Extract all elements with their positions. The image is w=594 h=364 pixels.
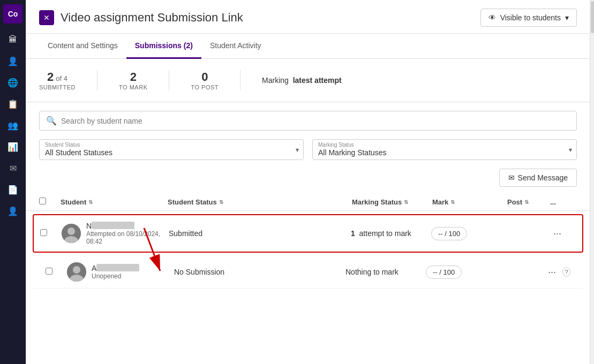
- send-message-button[interactable]: ✉ Send Message: [499, 169, 577, 187]
- actions-row: ✉ Send Message: [26, 166, 590, 193]
- row2-more-cell[interactable]: ··· ?: [544, 264, 570, 280]
- filters-section: Student Status All Student Statuses ▾ Ma…: [26, 135, 590, 166]
- sidebar-icon-home[interactable]: 🏛: [3, 30, 22, 49]
- row1-mark-pill[interactable]: -- / 100: [431, 227, 467, 240]
- stats-bar: 2 of 4 SUBMITTED 2 TO MARK 0 TO POST Mar…: [26, 59, 590, 102]
- select-all-checkbox-wrap[interactable]: [39, 198, 61, 206]
- th-post[interactable]: Post: [507, 198, 550, 206]
- content-panel: ✕ Video assignment Submission Link 👁 Vis…: [26, 0, 590, 364]
- student-status-select[interactable]: All Student Statuses: [45, 142, 299, 157]
- student-status-label: Student Status: [45, 142, 80, 148]
- row2-name-blur: [96, 264, 139, 271]
- tab-content-settings[interactable]: Content and Settings: [39, 34, 126, 59]
- search-section: 🔍: [26, 102, 590, 135]
- to-post-count: 0: [201, 70, 208, 84]
- marking-status-select[interactable]: All Marking Statuses: [318, 142, 572, 157]
- tab-student-activity[interactable]: Student Activity: [201, 34, 270, 59]
- row2-student-cell: A Unopened: [67, 262, 174, 282]
- sidebar-logo: Co: [3, 4, 22, 24]
- row2-mark-cell: -- / 100: [426, 266, 501, 279]
- visibility-button[interactable]: 👁 Visible to students ▾: [480, 9, 577, 27]
- row2-more-button[interactable]: ···: [544, 264, 560, 280]
- row2-avatar: [67, 262, 86, 282]
- sidebar: Co 🏛 👤 🌐 📋 👥 📊 ✉ 📄 👤: [0, 0, 26, 364]
- sidebar-icon-user[interactable]: 👤: [3, 51, 22, 71]
- row2-status: Unopened: [92, 272, 139, 280]
- row2-student-name: A: [92, 264, 139, 272]
- to-mark-count: 2: [130, 70, 137, 84]
- th-student-status[interactable]: Student Status: [168, 198, 352, 206]
- table-row-2: A Unopened No Submission Nothing to mark…: [33, 256, 583, 289]
- sidebar-icon-list[interactable]: 📋: [3, 94, 22, 113]
- stat-submitted: 2 of 4 SUBMITTED: [39, 70, 76, 90]
- row1-marking-status: 1 attempt to mark: [351, 229, 431, 238]
- row1-name-blur: [92, 222, 134, 229]
- stat-to-post: 0 TO POST: [191, 70, 219, 90]
- row1-marking-count: 1: [351, 229, 355, 238]
- table-row: N Attempted on 08/10/2024, 08:42 Submitt…: [34, 215, 582, 252]
- row1-checkbox[interactable]: [40, 229, 62, 238]
- student-status-filter: Student Status All Student Statuses ▾: [39, 139, 304, 160]
- row2-marking-status: Nothing to mark: [345, 268, 426, 276]
- scrollbar-thumb[interactable]: [591, 1, 594, 33]
- sidebar-icon-group[interactable]: 👥: [3, 116, 22, 135]
- help-icon: ?: [562, 267, 570, 277]
- th-marking-status[interactable]: Marking Status: [352, 198, 432, 206]
- scrollbar[interactable]: [590, 0, 594, 364]
- mail-icon: ✉: [508, 173, 515, 182]
- row2-select[interactable]: [46, 268, 52, 275]
- stat-divider-3: [240, 70, 240, 91]
- row1-student-status: Submitted: [169, 229, 351, 238]
- row1-attempted: Attempted on 08/10/2024, 08:42: [86, 230, 169, 245]
- search-input-wrap: 🔍: [39, 111, 577, 131]
- table-row-highlighted[interactable]: N Attempted on 08/10/2024, 08:42 Submitt…: [33, 214, 583, 253]
- row2-mark-pill[interactable]: -- / 100: [426, 266, 462, 279]
- modal-title: Video assignment Submission Link: [61, 11, 474, 25]
- eye-icon: 👁: [488, 13, 496, 22]
- svg-point-6: [73, 266, 80, 274]
- submitted-label: SUBMITTED: [39, 84, 76, 90]
- row1-student-name: N: [86, 222, 169, 230]
- marking-status-filter: Marking Status All Marking Statuses ▾: [312, 139, 577, 160]
- th-student[interactable]: Student: [61, 198, 168, 206]
- marking-prefix: Marking: [262, 76, 289, 85]
- row1-select[interactable]: [40, 229, 47, 236]
- row1-more-cell[interactable]: ···: [549, 226, 576, 241]
- marking-inline: Marking latest attempt: [262, 76, 342, 85]
- row2-student-info: A Unopened: [92, 264, 139, 280]
- th-more: ...: [550, 198, 577, 206]
- row2-student-status: No Submission: [174, 268, 345, 276]
- stat-to-mark: 2 TO MARK: [119, 70, 147, 90]
- svg-point-1: [67, 228, 75, 235]
- row1-student-cell: N Attempted on 08/10/2024, 08:42: [62, 222, 169, 245]
- sidebar-icon-profile[interactable]: 👤: [3, 201, 22, 221]
- sidebar-icon-globe[interactable]: 🌐: [3, 73, 22, 92]
- select-all-checkbox[interactable]: [39, 198, 46, 204]
- visibility-label: Visible to students: [500, 13, 561, 22]
- to-post-label: TO POST: [191, 84, 219, 90]
- send-message-label: Send Message: [518, 173, 568, 182]
- search-input[interactable]: [61, 117, 570, 125]
- submitted-count: 2: [47, 70, 54, 84]
- chevron-down-icon: ▾: [565, 13, 569, 22]
- to-mark-label: TO MARK: [119, 84, 147, 90]
- row1-marking-suffix: attempt to mark: [359, 229, 411, 238]
- search-icon: 🔍: [46, 116, 57, 126]
- th-mark[interactable]: Mark: [432, 198, 507, 206]
- sidebar-icon-doc[interactable]: 📄: [3, 180, 22, 199]
- modal-header: ✕ Video assignment Submission Link 👁 Vis…: [26, 0, 590, 34]
- close-button[interactable]: ✕: [39, 10, 54, 25]
- stat-marking: Marking latest attempt: [262, 76, 342, 85]
- tab-submissions[interactable]: Submissions (2): [126, 34, 201, 59]
- table-header: Student Student Status Marking Status Ma…: [26, 193, 590, 211]
- submitted-of: of 4: [56, 74, 67, 82]
- sidebar-icon-chart[interactable]: 📊: [3, 137, 22, 156]
- row1-more-button[interactable]: ···: [549, 226, 566, 241]
- row2-checkbox[interactable]: [46, 268, 67, 276]
- row1-student-info: N Attempted on 08/10/2024, 08:42: [86, 222, 169, 245]
- table-section: Student Student Status Marking Status Ma…: [26, 193, 590, 364]
- stat-divider-1: [97, 70, 97, 91]
- marking-status-label: Marking Status: [318, 142, 354, 148]
- stat-divider-2: [169, 70, 169, 91]
- sidebar-icon-mail[interactable]: ✉: [3, 158, 22, 178]
